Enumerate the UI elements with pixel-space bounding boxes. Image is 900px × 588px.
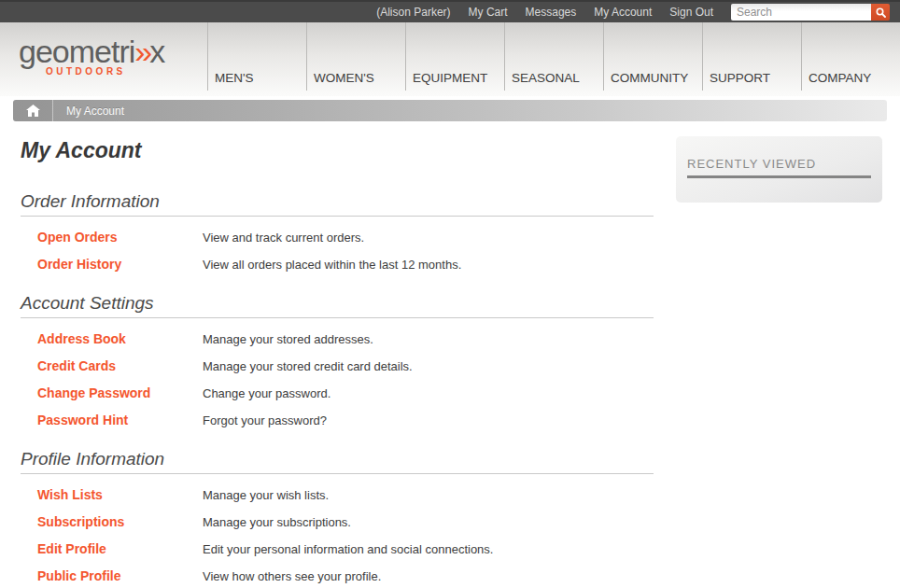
my-account-link[interactable]: My Account — [594, 6, 652, 19]
nav-menu: MEN'S WOMEN'S EQUIPMENT SEASONAL COMMUNI… — [207, 22, 900, 91]
section-title-order-information: Order Information — [21, 191, 654, 212]
account-row: Public Profile View how others see your … — [21, 568, 654, 583]
account-row: Order History View all orders placed wit… — [21, 257, 654, 272]
main-nav: geometri»x OUTDOORS MEN'S WOMEN'S EQUIPM… — [0, 22, 900, 96]
account-row: Credit Cards Manage your stored credit c… — [21, 358, 654, 373]
section-divider — [21, 473, 654, 474]
section-divider — [21, 216, 654, 217]
account-row: Address Book Manage your stored addresse… — [21, 331, 654, 346]
breadcrumb-current: My Account — [66, 105, 124, 118]
search-box — [731, 4, 890, 21]
address-book-link[interactable]: Address Book — [21, 331, 203, 346]
row-description: Edit your personal information and socia… — [203, 542, 493, 556]
page-title: My Account — [21, 138, 654, 163]
nav-item-mens[interactable]: MEN'S — [207, 22, 306, 91]
search-icon — [876, 7, 886, 18]
row-description: Manage your subscriptions. — [203, 515, 351, 529]
open-orders-link[interactable]: Open Orders — [21, 230, 203, 245]
recently-viewed-panel: RECENTLY VIEWED — [676, 136, 882, 203]
logo-accent-chevron: » — [134, 34, 149, 69]
nav-item-equipment[interactable]: EQUIPMENT — [405, 22, 504, 91]
row-description: View and track current orders. — [203, 231, 364, 245]
row-description: Manage your wish lists. — [203, 488, 329, 502]
nav-item-support[interactable]: SUPPORT — [702, 22, 801, 91]
messages-link[interactable]: Messages — [526, 6, 577, 19]
subscriptions-link[interactable]: Subscriptions — [21, 514, 203, 529]
nav-item-company[interactable]: COMPANY — [801, 22, 900, 91]
my-cart-link[interactable]: My Cart — [469, 6, 508, 19]
section-title-account-settings: Account Settings — [21, 293, 654, 314]
account-row: Subscriptions Manage your subscriptions. — [21, 514, 654, 529]
row-description: Change your password. — [203, 386, 330, 400]
top-utility-bar: (Alison Parker) My Cart Messages My Acco… — [0, 0, 900, 22]
account-row: Password Hint Forgot your password? — [21, 413, 654, 427]
section-divider — [21, 317, 654, 318]
search-button[interactable] — [871, 4, 890, 21]
change-password-link[interactable]: Change Password — [21, 385, 203, 400]
nav-item-seasonal[interactable]: SEASONAL — [504, 22, 603, 91]
order-history-link[interactable]: Order History — [21, 257, 203, 272]
row-description: Manage your stored credit card details. — [203, 359, 413, 373]
row-description: View all orders placed within the last 1… — [203, 258, 461, 272]
account-row: Wish Lists Manage your wish lists. — [21, 487, 654, 502]
public-profile-link[interactable]: Public Profile — [21, 568, 203, 583]
row-description: Manage your stored addresses. — [203, 332, 373, 346]
home-button[interactable] — [13, 100, 53, 121]
password-hint-link[interactable]: Password Hint — [21, 413, 203, 427]
edit-profile-link[interactable]: Edit Profile — [21, 541, 203, 556]
sign-out-link[interactable]: Sign Out — [669, 6, 713, 19]
nav-item-womens[interactable]: WOMEN'S — [306, 22, 405, 91]
site-logo[interactable]: geometri»x OUTDOORS — [19, 35, 164, 77]
row-description: Forgot your password? — [203, 413, 327, 427]
wish-lists-link[interactable]: Wish Lists — [21, 487, 203, 502]
account-row: Edit Profile Edit your personal informat… — [21, 541, 654, 556]
nav-item-community[interactable]: COMMUNITY — [603, 22, 702, 91]
account-row: Change Password Change your password. — [21, 385, 654, 400]
section-title-profile-information: Profile Information — [21, 449, 654, 469]
user-name-link[interactable]: (Alison Parker) — [376, 6, 450, 19]
logo-wordmark: geometri»x — [19, 35, 164, 67]
home-icon — [26, 105, 40, 117]
search-input[interactable] — [731, 4, 871, 21]
credit-cards-link[interactable]: Credit Cards — [21, 358, 203, 373]
main-content: My Account Order Information Open Orders… — [21, 138, 654, 588]
row-description: View how others see your profile. — [203, 569, 381, 583]
recently-viewed-title: RECENTLY VIEWED — [687, 157, 871, 178]
account-row: Open Orders View and track current order… — [21, 230, 654, 245]
breadcrumb: My Account — [13, 100, 887, 121]
